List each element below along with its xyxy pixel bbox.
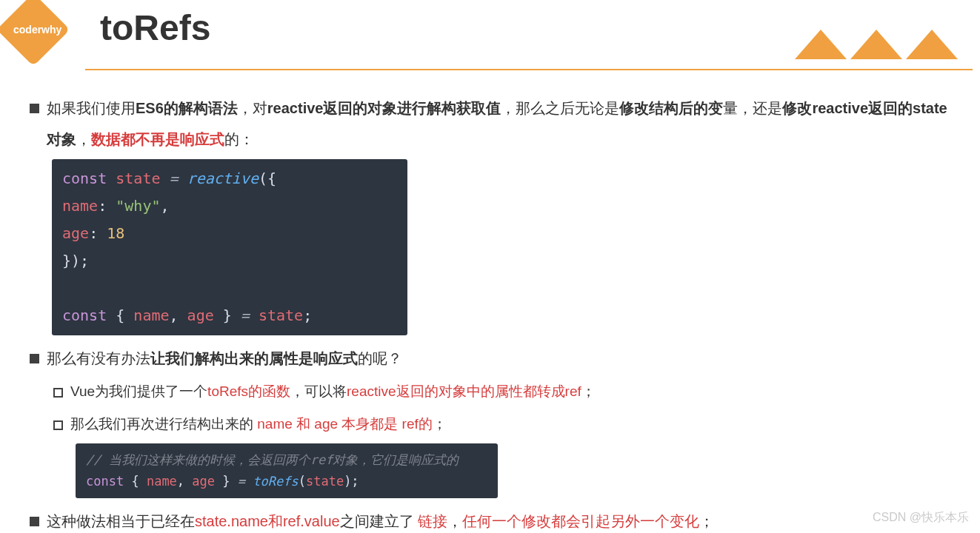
sub-bullet-2-text: 那么我们再次进行结构出来的 name 和 age 本身都是 ref的； (70, 409, 447, 439)
sub-bullet-2: 那么我们再次进行结构出来的 name 和 age 本身都是 ref的； (53, 409, 950, 439)
bullet-hollow-icon (53, 420, 63, 430)
bullet-3-text: 这种做法相当于已经在state.name和ref.value之间建立了 链接，任… (47, 506, 714, 533)
header-divider (85, 69, 973, 70)
bullet-2: 那么有没有办法让我们解构出来的属性是响应式的呢？ (30, 343, 950, 374)
slide-content: 如果我们使用ES6的解构语法，对reactive返回的对象进行解构获取值，那么之… (0, 70, 980, 533)
bullet-1: 如果我们使用ES6的解构语法，对reactive返回的对象进行解构获取值，那么之… (30, 93, 950, 155)
code-block-1: const state = reactive({ name: "why", ag… (52, 159, 407, 335)
sub-bullet-1-text: Vue为我们提供了一个toRefs的函数，可以将reactive返回的对象中的属… (70, 377, 596, 406)
bullet-icon (30, 104, 39, 113)
code-block-2: // 当我们这样来做的时候，会返回两个ref对象，它们是响应式的 const {… (76, 443, 498, 498)
bullet-icon (30, 517, 39, 526)
wave-decoration (795, 30, 958, 59)
logo-text: coderwhy (13, 24, 61, 36)
sub-bullet-1: Vue为我们提供了一个toRefs的函数，可以将reactive返回的对象中的属… (53, 377, 950, 406)
watermark: CSDN @快乐本乐 (873, 510, 969, 526)
slide-header: coderwhy toRefs (0, 0, 980, 70)
wave-icon (906, 30, 958, 59)
page-title: toRefs (100, 7, 210, 48)
logo: coderwhy (0, 0, 74, 74)
wave-icon (795, 30, 847, 59)
bullet-2-text: 那么有没有办法让我们解构出来的属性是响应式的呢？ (47, 343, 402, 374)
bullet-hollow-icon (53, 388, 63, 398)
wave-icon (850, 30, 902, 59)
bullet-1-text: 如果我们使用ES6的解构语法，对reactive返回的对象进行解构获取值，那么之… (47, 93, 950, 155)
bullet-3: 这种做法相当于已经在state.name和ref.value之间建立了 链接，任… (30, 506, 950, 533)
bullet-icon (30, 354, 39, 363)
